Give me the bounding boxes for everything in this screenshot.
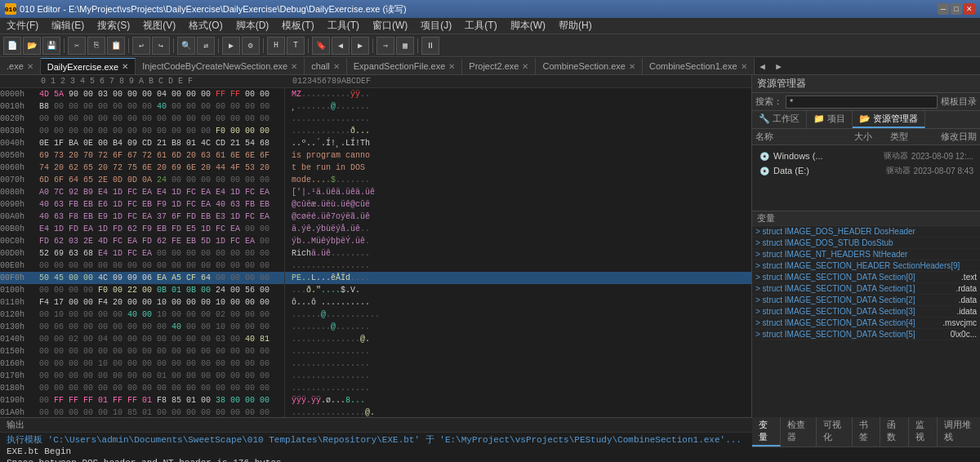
tabs-scroll-left[interactable]: ◀ bbox=[755, 58, 771, 74]
rnav-tab-bookmark[interactable]: 书签 bbox=[853, 417, 881, 446]
toolbar-new[interactable]: 📄 bbox=[3, 37, 21, 55]
rnav-tab-watch[interactable]: 监视 bbox=[909, 417, 938, 446]
vars-row-section0[interactable]: > struct IMAGE_SECTION_DATA Section[0] .… bbox=[752, 272, 980, 283]
vars-row-section5[interactable]: > struct IMAGE_SECTION_DATA Section[5] 0… bbox=[752, 329, 980, 340]
tab-expand[interactable]: ExpandSectionFile.exe ✕ bbox=[347, 58, 463, 74]
vars-row-dos-header[interactable]: > struct IMAGE_DOS_HEADER DosHeader bbox=[752, 226, 980, 238]
hex-row-0140[interactable]: 0140h 00 00 02 00 04 00 00 00 00 00 00 0… bbox=[0, 333, 751, 345]
vars-row-dos-stub[interactable]: > struct IMAGE_DOS_STUB DosStub bbox=[752, 238, 980, 249]
hex-row-0050[interactable]: 0050h 69 73 20 70 72 6F 67 72 61 6D 20 6… bbox=[0, 149, 751, 162]
rnav-tab-callstack[interactable]: 调用堆栈 bbox=[938, 417, 980, 446]
toolbar-goto[interactable]: ⇒ bbox=[376, 37, 394, 55]
hex-row-0090[interactable]: 0090h 40 63 FB EB E6 1D FC EB F9 1D FC E… bbox=[0, 198, 751, 211]
toolbar-pause[interactable]: ⏸ bbox=[421, 37, 439, 55]
menu-window[interactable]: 窗口(W) bbox=[366, 17, 414, 34]
tab-chall-close[interactable]: ✕ bbox=[333, 62, 340, 71]
menu-project[interactable]: 项目(J) bbox=[414, 17, 458, 34]
hex-row-0170[interactable]: 0170h 00 00 00 00 00 00 00 00 01 00 00 0… bbox=[0, 370, 751, 382]
vars-row-nt-headers[interactable]: > struct IMAGE_NT_HEADERS NtHeader bbox=[752, 249, 980, 260]
toolbar-bookmark[interactable]: 🔖 bbox=[312, 37, 330, 55]
toolbar-select[interactable]: ▦ bbox=[396, 37, 414, 55]
hex-row-0000[interactable]: 0000h 4D 5A 90 00 03 00 00 00 04 00 00 0… bbox=[0, 88, 751, 100]
menu-format[interactable]: 格式(O) bbox=[182, 17, 229, 34]
tab-project2-close[interactable]: ✕ bbox=[522, 62, 528, 71]
vars-row-section2[interactable]: > struct IMAGE_SECTION_DATA Section[2] .… bbox=[752, 295, 980, 306]
tree-item-data[interactable]: 💿 Data (E:) 驱动器 2023-08-07 8:43 bbox=[755, 163, 977, 178]
toolbar-prev[interactable]: ◀ bbox=[332, 37, 350, 55]
tab-exe-close[interactable]: ✕ bbox=[27, 62, 33, 71]
hex-row-0010[interactable]: 0010h B8 00 00 00 00 00 00 00 40 00 00 0… bbox=[0, 100, 751, 113]
toolbar-hex[interactable]: H bbox=[267, 37, 285, 55]
rnav-tab-functions[interactable]: 函数 bbox=[880, 417, 909, 446]
hex-row-0070[interactable]: 0070h 6D 6F 64 65 2E 0D 0D 0A 24 00 00 0… bbox=[0, 174, 751, 186]
vars-row-section3[interactable]: > struct IMAGE_SECTION_DATA Section[3] .… bbox=[752, 306, 980, 318]
tab-inject[interactable]: InjectCodeByCreateNewSection.exe ✕ bbox=[136, 58, 305, 74]
maximize-button[interactable]: □ bbox=[951, 3, 962, 15]
hex-row-0160[interactable]: 0160h 00 00 00 00 10 00 00 00 00 00 00 0… bbox=[0, 358, 751, 370]
tab-chall[interactable]: chall ✕ bbox=[305, 58, 347, 74]
toolbar-cut[interactable]: ✂ bbox=[68, 37, 86, 55]
close-button[interactable]: ✕ bbox=[964, 3, 975, 15]
toolbar-next[interactable]: ▶ bbox=[351, 37, 369, 55]
hex-lines[interactable]: 0000h 4D 5A 90 00 03 00 00 00 04 00 00 0… bbox=[0, 88, 751, 417]
tab-expand-close[interactable]: ✕ bbox=[448, 62, 455, 71]
hex-row-0020[interactable]: 0020h 00 00 00 00 00 00 00 00 00 00 00 0… bbox=[0, 113, 751, 125]
vars-row-section-headers[interactable]: > struct IMAGE_SECTION_HEADER SectionHea… bbox=[752, 260, 980, 272]
rnav-tab-vars[interactable]: 变量 bbox=[752, 417, 781, 446]
tab-combine1-close[interactable]: ✕ bbox=[741, 62, 747, 71]
menu-template[interactable]: 模板(T) bbox=[275, 17, 320, 34]
toolbar-save[interactable]: 💾 bbox=[42, 37, 60, 55]
tab-daily-exercise-close[interactable]: ✕ bbox=[122, 62, 128, 71]
tab-project2[interactable]: Project2.exe ✕ bbox=[462, 58, 536, 74]
vars-row-section4[interactable]: > struct IMAGE_SECTION_DATA Section[4] .… bbox=[752, 318, 980, 329]
hex-row-0190[interactable]: 0190h 00 FF FF FF 01 FF FF 01 F8 85 01 0… bbox=[0, 394, 751, 406]
menu-file[interactable]: 文件(F) bbox=[0, 17, 45, 34]
menu-script-w[interactable]: 脚本(W) bbox=[504, 17, 552, 34]
hex-row-01A0[interactable]: 01A0h 00 00 00 00 00 10 85 01 00 00 00 0… bbox=[0, 406, 751, 417]
menu-edit[interactable]: 编辑(E) bbox=[45, 17, 91, 34]
toolbar-copy[interactable]: ⎘ bbox=[87, 37, 105, 55]
minimize-button[interactable]: ─ bbox=[938, 3, 949, 15]
rnav-tab-visual[interactable]: 可视化 bbox=[817, 417, 853, 446]
hex-row-0130[interactable]: 0130h 00 06 00 00 00 00 00 00 00 40 00 0… bbox=[0, 321, 751, 333]
nav-tab-project[interactable]: 📁 项目 bbox=[807, 111, 853, 128]
hex-row-0060[interactable]: 0060h 74 20 62 65 20 72 75 6E 20 69 6E 2… bbox=[0, 162, 751, 174]
tab-inject-close[interactable]: ✕ bbox=[291, 62, 297, 71]
toolbar-text[interactable]: T bbox=[287, 37, 305, 55]
rnav-tab-inspector[interactable]: 检查器 bbox=[781, 417, 817, 446]
hex-row-00F0[interactable]: 00F0h 50 45 00 00 4C 09 09 06 EA A5 CF 6… bbox=[0, 272, 751, 284]
menu-script-d[interactable]: 脚本(D) bbox=[229, 17, 276, 34]
toolbar-open[interactable]: 📂 bbox=[23, 37, 41, 55]
menu-tools2[interactable]: 工具(T) bbox=[458, 17, 503, 34]
resource-tree[interactable]: 💿 Windows (... 驱动器 2023-08-09 12:... 💿 D… bbox=[752, 145, 980, 211]
hex-row-0180[interactable]: 0180h 00 00 00 00 00 00 00 00 00 00 00 0… bbox=[0, 382, 751, 394]
toolbar-paste[interactable]: 📋 bbox=[107, 37, 125, 55]
hex-row-00E0[interactable]: 00E0h 00 00 00 00 00 00 00 00 00 00 00 0… bbox=[0, 260, 751, 272]
tab-combine1[interactable]: CombineSection1.exe ✕ bbox=[643, 58, 755, 74]
menu-search[interactable]: 搜索(S) bbox=[91, 17, 136, 34]
hex-row-0030[interactable]: 0030h 00 00 00 00 00 00 00 00 00 00 00 0… bbox=[0, 125, 751, 137]
tab-combine[interactable]: CombineSection.exe ✕ bbox=[536, 58, 643, 74]
toolbar-undo[interactable]: ↩ bbox=[132, 37, 150, 55]
hex-row-0080[interactable]: 0080h A0 7C 92 B9 E4 1D FC EA E4 1D FC E… bbox=[0, 186, 751, 198]
tab-daily-exercise[interactable]: DailyExercise.exe ✕ bbox=[41, 58, 136, 74]
hex-row-00A0[interactable]: 00A0h 40 63 F8 EB E9 1D FC EA 37 6F FD E… bbox=[0, 211, 751, 223]
nav-tab-resources[interactable]: 📂 资源管理器 bbox=[853, 111, 925, 128]
hex-row-0040[interactable]: 0040h 0E 1F BA 0E 00 B4 09 CD 21 B8 01 4… bbox=[0, 137, 751, 149]
tab-combine-close[interactable]: ✕ bbox=[629, 62, 635, 71]
hex-row-0150[interactable]: 0150h 00 00 00 00 00 00 00 00 00 00 00 0… bbox=[0, 345, 751, 358]
search-input[interactable] bbox=[786, 96, 938, 109]
toolbar-find[interactable]: 🔍 bbox=[177, 37, 195, 55]
menu-view[interactable]: 视图(V) bbox=[136, 17, 182, 34]
vars-row-section1[interactable]: > struct IMAGE_SECTION_DATA Section[1] .… bbox=[752, 283, 980, 295]
nav-tab-workspace[interactable]: 🔧 工作区 bbox=[752, 111, 807, 128]
hex-row-0120[interactable]: 0120h 00 10 00 00 00 00 40 00 10 00 00 0… bbox=[0, 309, 751, 321]
hex-row-00B0[interactable]: 00B0h E4 1D FD EA 1D FD 62 F9 EB FD E5 1… bbox=[0, 223, 751, 235]
hex-row-0110[interactable]: 0110h F4 17 00 00 F4 20 00 00 10 00 00 0… bbox=[0, 296, 751, 309]
toolbar-replace[interactable]: ⇄ bbox=[197, 37, 215, 55]
hex-row-00D0[interactable]: 00D0h 52 69 63 68 E4 1D FC EA 00 00 00 0… bbox=[0, 247, 751, 260]
hex-row-0100[interactable]: 0100h 00 00 00 00 F0 00 22 00 0B 01 0B 0… bbox=[0, 284, 751, 296]
tabs-scroll-right[interactable]: ▶ bbox=[771, 58, 787, 74]
tree-item-windows[interactable]: 💿 Windows (... 驱动器 2023-08-09 12:... bbox=[755, 149, 977, 163]
menu-help[interactable]: 帮助(H) bbox=[552, 17, 599, 34]
